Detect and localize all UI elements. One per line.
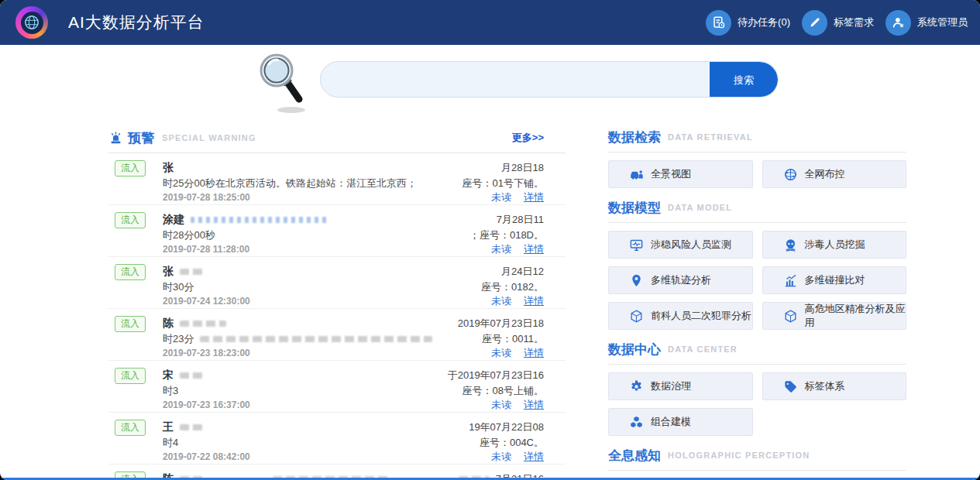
detail-link[interactable]: 详情	[524, 294, 544, 308]
section-subtitle: DATA CENTER	[668, 345, 738, 354]
unread-link[interactable]: 未读	[491, 398, 511, 412]
detail-link[interactable]: 详情	[524, 346, 544, 360]
page-title: AI大数据分析平台	[68, 0, 205, 45]
skull-icon	[783, 238, 798, 252]
section-title: 全息感知	[608, 447, 661, 465]
section-title: 数据模型	[608, 199, 661, 217]
section-subtitle: DATA MODEL	[668, 203, 732, 212]
location-pin-icon	[629, 273, 644, 288]
section-title: 数据中心	[608, 341, 661, 358]
app-header: AI大数据分析平台 待办任务(0) 标签需求 系统管理员	[0, 0, 980, 45]
recidivism-analysis-button[interactable]: 前科人员二次犯罪分析	[608, 302, 753, 330]
todo-tasks-button[interactable]: 待办任务(0)	[706, 10, 790, 36]
button-label: 多维轨迹分析	[651, 273, 711, 287]
person-name: 涂建	[163, 213, 184, 227]
button-label: 前科人员二次犯罪分析	[651, 309, 751, 323]
multi-collision-compare-button[interactable]: 多维碰撞比对	[762, 266, 907, 294]
tag-demand-button[interactable]: 标签需求	[802, 10, 874, 36]
more-link[interactable]: 更多>>	[512, 131, 544, 145]
event-date-fragment: 月28日18	[501, 161, 544, 175]
seat-info: ；座号：018D。	[469, 228, 544, 242]
inflow-status-badge: 流入	[115, 316, 146, 332]
detail-link[interactable]: 详情	[524, 190, 544, 204]
warning-title: 预警	[128, 129, 154, 147]
detail-link[interactable]: 详情	[524, 242, 544, 256]
cube-icon	[783, 309, 798, 324]
network-control-button[interactable]: 全网布控	[762, 160, 907, 188]
person-name: 王	[163, 420, 174, 434]
task-list-icon	[706, 10, 731, 36]
combined-modeling-button[interactable]: 组合建模	[608, 408, 753, 436]
network-globe-icon	[783, 167, 798, 182]
ai-bigdata-platform-page: AI大数据分析平台 待办任务(0) 标签需求 系统管理员 搜索	[0, 0, 980, 480]
event-date-fragment: 月24日12	[501, 265, 544, 279]
button-label: 数据治理	[651, 379, 691, 393]
cubes-icon	[629, 415, 644, 430]
search-input[interactable]	[321, 62, 710, 97]
timestamp: 2019-07-28 11:28:00	[163, 244, 249, 255]
button-label: 标签体系	[805, 379, 845, 393]
inflow-status-badge: 流入	[115, 368, 146, 384]
section-data-model: 数据模型 DATA MODEL 涉稳风险人员监测 涉毒人员挖掘 多维轨迹分析	[608, 198, 906, 330]
car-person-icon	[629, 167, 644, 182]
button-label: 多维碰撞比对	[805, 273, 865, 287]
redacted-text	[180, 269, 203, 275]
warning-list-item: 流入 涂建 7月28日11 时28分00秒 ；座号：018D。 2019-07-…	[108, 205, 566, 257]
warning-header: 预警 SPECIAL WARNING 更多>>	[108, 128, 566, 148]
globe-logo-icon	[21, 12, 43, 34]
gear-icon	[629, 379, 644, 394]
seat-info: 座号：01号下铺。	[462, 177, 544, 190]
multi-track-analysis-button[interactable]: 多维轨迹分析	[608, 266, 753, 294]
detail-link[interactable]: 详情	[524, 398, 544, 412]
section-data-center: 数据中心 DATA CENTER 数据治理 标签体系 组合建模	[608, 340, 906, 436]
person-name: 张	[163, 161, 174, 175]
button-label: 高危地区精准分析及应用	[805, 302, 906, 330]
tag-system-button[interactable]: 标签体系	[762, 372, 907, 400]
unread-link[interactable]: 未读	[491, 450, 511, 464]
button-label: 涉毒人员挖掘	[805, 238, 865, 252]
event-description: 时3	[163, 384, 178, 398]
redacted-text	[180, 372, 203, 379]
tag-pencil-icon	[802, 10, 827, 36]
high-risk-area-analysis-button[interactable]: 高危地区精准分析及应用	[762, 302, 907, 330]
warning-panel: 预警 SPECIAL WARNING 更多>> 流入 张 月28日18 时25分…	[108, 128, 566, 480]
search-button[interactable]: 搜索	[710, 62, 778, 98]
redacted-text	[180, 424, 203, 430]
timestamp: 2019-07-23 16:37:00	[163, 399, 250, 410]
unread-link[interactable]: 未读	[491, 346, 511, 360]
magnifier-illustration	[254, 50, 316, 116]
unread-link[interactable]: 未读	[491, 190, 511, 204]
button-label: 涉稳风险人员监测	[651, 238, 731, 252]
inflow-status-badge: 流入	[115, 420, 146, 436]
admin-user-button[interactable]: 系统管理员	[885, 10, 968, 36]
person-name: 陈	[163, 317, 174, 331]
event-date-fragment: 于2019年07月23日16	[448, 369, 544, 382]
section-subtitle: HOLOGRAPHIC PERCEPTION	[668, 451, 810, 460]
seat-info: 座号：0011。	[482, 332, 544, 346]
section-subtitle: DATA RETRIEVAL	[668, 132, 753, 142]
unread-link[interactable]: 未读	[491, 242, 511, 256]
section-title: 数据检索	[608, 129, 661, 146]
drug-person-mining-button[interactable]: 涉毒人员挖掘	[762, 231, 907, 259]
tag-demand-label: 标签需求	[834, 15, 874, 29]
admin-user-icon	[885, 10, 911, 36]
detail-link[interactable]: 详情	[524, 450, 544, 464]
event-description: 时23分	[163, 332, 194, 346]
function-panel: 数据检索 DATA RETRIEVAL 全景视图 全网布控 数据模型 DATA …	[608, 128, 906, 480]
person-name: 宋	[163, 369, 174, 382]
stability-risk-monitor-button[interactable]: 涉稳风险人员监测	[608, 231, 753, 259]
data-governance-button[interactable]: 数据治理	[608, 372, 753, 400]
warning-list-item: 流入 陈 2019年07月23日18 时23分 座号：0011。 2019-07…	[108, 309, 566, 361]
timestamp: 2019-07-24 12:30:00	[163, 296, 250, 307]
siren-icon	[108, 131, 123, 146]
timestamp: 2019-07-23 18:23:00	[163, 348, 250, 358]
app-logo	[15, 6, 48, 39]
inflow-status-badge: 流入	[115, 160, 146, 177]
bar-chart-icon	[783, 273, 798, 288]
event-date-fragment: 7月28日11	[497, 213, 544, 227]
unread-link[interactable]: 未读	[491, 294, 511, 308]
event-description: 时30分	[163, 280, 194, 294]
admin-user-label: 系统管理员	[917, 15, 968, 29]
panoramic-view-button[interactable]: 全景视图	[608, 160, 753, 188]
header-actions: 待办任务(0) 标签需求 系统管理员	[706, 0, 968, 45]
